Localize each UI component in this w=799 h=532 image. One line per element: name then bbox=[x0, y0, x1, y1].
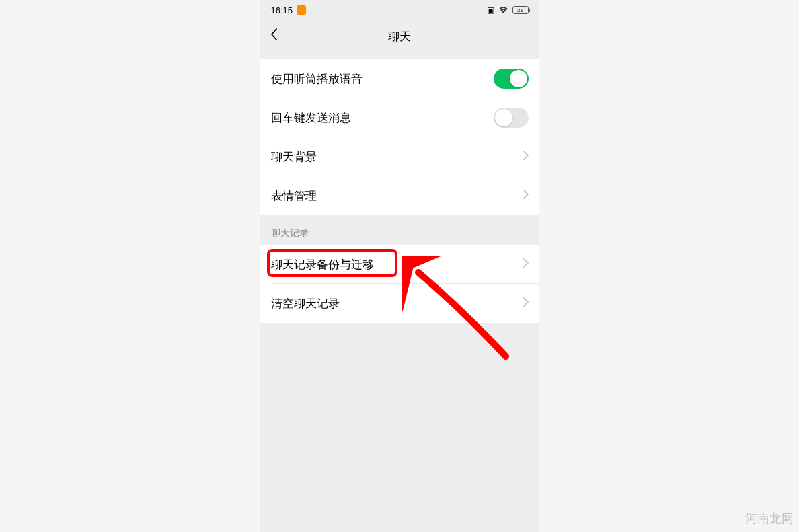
row-sticker-management[interactable]: 表情管理 bbox=[260, 176, 539, 215]
phone-screen: 16:15 ▣ 21 聊天 使用听筒播放语音 回车键发送消息 bbox=[260, 0, 539, 532]
chevron-right-icon bbox=[523, 190, 529, 202]
status-right: ▣ 21 bbox=[487, 5, 529, 15]
row-label: 回车键发送消息 bbox=[271, 110, 351, 126]
battery-level: 21 bbox=[517, 7, 523, 13]
row-earpiece-voice[interactable]: 使用听筒播放语音 bbox=[260, 59, 539, 98]
row-clear-chat-history[interactable]: 清空聊天记录 bbox=[260, 284, 539, 323]
row-label: 表情管理 bbox=[271, 188, 317, 204]
toggle-enter-send[interactable] bbox=[494, 108, 529, 128]
row-enter-send[interactable]: 回车键发送消息 bbox=[260, 98, 539, 137]
chevron-right-icon bbox=[523, 151, 529, 163]
section-header-chat-records: 聊天记录 bbox=[260, 215, 539, 245]
chevron-right-icon bbox=[523, 258, 529, 270]
toggle-earpiece-voice[interactable] bbox=[494, 69, 529, 89]
row-chat-background[interactable]: 聊天背景 bbox=[260, 137, 539, 176]
toggle-knob bbox=[510, 70, 527, 87]
status-time: 16:15 bbox=[271, 5, 293, 15]
row-label: 聊天背景 bbox=[271, 149, 317, 165]
settings-group-1: 使用听筒播放语音 回车键发送消息 聊天背景 表情管理 bbox=[260, 59, 539, 215]
page-title: 聊天 bbox=[260, 29, 539, 44]
watermark: 河南龙网 bbox=[745, 510, 794, 527]
row-label: 聊天记录备份与迁移 bbox=[271, 257, 374, 272]
row-backup-migrate[interactable]: 聊天记录备份与迁移 bbox=[260, 245, 539, 284]
row-label: 清空聊天记录 bbox=[271, 296, 340, 311]
back-button[interactable] bbox=[270, 28, 278, 45]
nav-header: 聊天 bbox=[260, 20, 539, 52]
settings-group-2: 聊天记录备份与迁移 清空聊天记录 bbox=[260, 245, 539, 323]
status-bar: 16:15 ▣ 21 bbox=[260, 0, 539, 20]
row-label: 使用听筒播放语音 bbox=[271, 71, 363, 87]
battery-icon: 21 bbox=[512, 6, 529, 14]
status-left: 16:15 bbox=[271, 5, 307, 15]
sim-card-icon: ▣ bbox=[487, 5, 494, 15]
toggle-knob bbox=[495, 109, 512, 126]
wifi-icon bbox=[498, 5, 508, 15]
chevron-right-icon bbox=[523, 297, 529, 309]
app-notification-icon bbox=[297, 5, 306, 15]
